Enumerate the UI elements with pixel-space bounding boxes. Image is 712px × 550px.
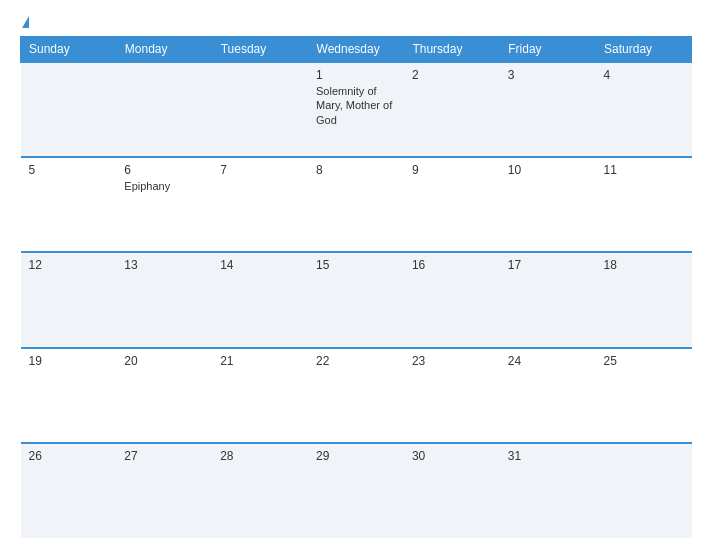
weekday-header-row: SundayMondayTuesdayWednesdayThursdayFrid…	[21, 37, 692, 63]
calendar-day-cell	[116, 62, 212, 157]
day-number: 13	[124, 258, 204, 272]
calendar-header	[20, 16, 692, 28]
day-number: 4	[604, 68, 684, 82]
day-number: 3	[508, 68, 588, 82]
day-number: 2	[412, 68, 492, 82]
day-number: 19	[29, 354, 109, 368]
day-number: 27	[124, 449, 204, 463]
day-number: 6	[124, 163, 204, 177]
calendar-day-cell: 21	[212, 348, 308, 443]
day-number: 8	[316, 163, 396, 177]
event-text: Solemnity of Mary, Mother of God	[316, 85, 392, 126]
weekday-header-monday: Monday	[116, 37, 212, 63]
day-number: 24	[508, 354, 588, 368]
day-number: 9	[412, 163, 492, 177]
calendar-day-cell: 3	[500, 62, 596, 157]
weekday-header-saturday: Saturday	[596, 37, 692, 63]
day-number: 25	[604, 354, 684, 368]
day-number: 1	[316, 68, 396, 82]
calendar-day-cell: 18	[596, 252, 692, 347]
calendar-day-cell: 29	[308, 443, 404, 538]
day-number: 30	[412, 449, 492, 463]
calendar-day-cell: 6Epiphany	[116, 157, 212, 252]
calendar-day-cell	[21, 62, 117, 157]
calendar-day-cell: 23	[404, 348, 500, 443]
calendar-day-cell	[596, 443, 692, 538]
day-number: 26	[29, 449, 109, 463]
calendar-week-row: 56Epiphany7891011	[21, 157, 692, 252]
calendar-day-cell: 14	[212, 252, 308, 347]
day-number: 10	[508, 163, 588, 177]
day-number: 12	[29, 258, 109, 272]
calendar-table: SundayMondayTuesdayWednesdayThursdayFrid…	[20, 36, 692, 538]
calendar-day-cell: 27	[116, 443, 212, 538]
day-number: 16	[412, 258, 492, 272]
calendar-day-cell: 12	[21, 252, 117, 347]
logo	[20, 16, 30, 28]
calendar-day-cell: 17	[500, 252, 596, 347]
day-number: 7	[220, 163, 300, 177]
calendar-day-cell: 15	[308, 252, 404, 347]
day-number: 29	[316, 449, 396, 463]
day-number: 22	[316, 354, 396, 368]
day-number: 21	[220, 354, 300, 368]
calendar-day-cell: 30	[404, 443, 500, 538]
day-number: 14	[220, 258, 300, 272]
day-number: 5	[29, 163, 109, 177]
calendar-day-cell: 7	[212, 157, 308, 252]
calendar-day-cell: 25	[596, 348, 692, 443]
calendar-week-row: 12131415161718	[21, 252, 692, 347]
day-number: 17	[508, 258, 588, 272]
day-number: 20	[124, 354, 204, 368]
calendar-day-cell: 16	[404, 252, 500, 347]
calendar-day-cell: 9	[404, 157, 500, 252]
weekday-header-wednesday: Wednesday	[308, 37, 404, 63]
calendar-day-cell: 1Solemnity of Mary, Mother of God	[308, 62, 404, 157]
calendar-day-cell: 19	[21, 348, 117, 443]
weekday-header-thursday: Thursday	[404, 37, 500, 63]
weekday-header-tuesday: Tuesday	[212, 37, 308, 63]
calendar-page: SundayMondayTuesdayWednesdayThursdayFrid…	[0, 0, 712, 550]
calendar-day-cell: 20	[116, 348, 212, 443]
weekday-header-friday: Friday	[500, 37, 596, 63]
calendar-day-cell: 4	[596, 62, 692, 157]
calendar-week-row: 1Solemnity of Mary, Mother of God234	[21, 62, 692, 157]
calendar-day-cell: 13	[116, 252, 212, 347]
day-number: 18	[604, 258, 684, 272]
calendar-day-cell: 2	[404, 62, 500, 157]
calendar-week-row: 262728293031	[21, 443, 692, 538]
day-number: 31	[508, 449, 588, 463]
day-number: 11	[604, 163, 684, 177]
calendar-day-cell: 31	[500, 443, 596, 538]
weekday-header-sunday: Sunday	[21, 37, 117, 63]
calendar-day-cell: 24	[500, 348, 596, 443]
calendar-day-cell: 22	[308, 348, 404, 443]
calendar-day-cell: 5	[21, 157, 117, 252]
calendar-day-cell	[212, 62, 308, 157]
day-number: 15	[316, 258, 396, 272]
day-number: 23	[412, 354, 492, 368]
logo-triangle-icon	[22, 16, 29, 28]
calendar-day-cell: 8	[308, 157, 404, 252]
calendar-week-row: 19202122232425	[21, 348, 692, 443]
day-number: 28	[220, 449, 300, 463]
calendar-day-cell: 11	[596, 157, 692, 252]
event-text: Epiphany	[124, 180, 170, 192]
calendar-day-cell: 26	[21, 443, 117, 538]
calendar-day-cell: 10	[500, 157, 596, 252]
calendar-day-cell: 28	[212, 443, 308, 538]
